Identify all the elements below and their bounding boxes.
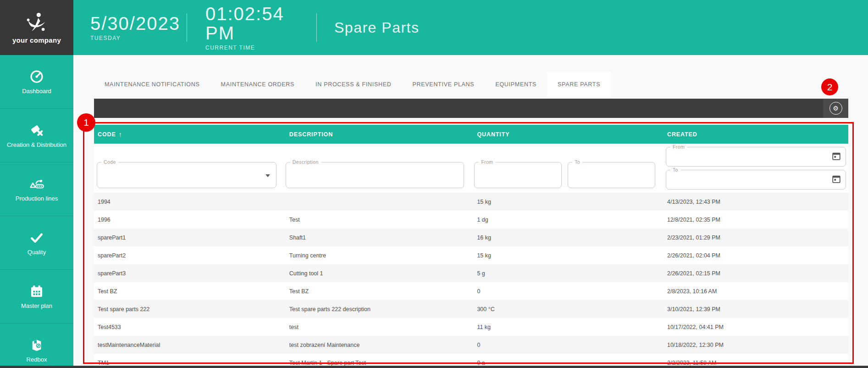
column-header-code[interactable]: CODE ↑	[94, 131, 286, 138]
description-filter-input[interactable]	[286, 162, 464, 188]
quantity-from-input[interactable]	[475, 162, 561, 188]
cell-description: test zobrazení Maintenance	[286, 342, 474, 348]
column-header-description[interactable]: DESCRIPTION	[286, 131, 474, 138]
current-date: 5/30/2023	[90, 14, 187, 33]
cell-created: 12/8/2021, 02:35 PM	[663, 217, 848, 223]
sidebar-item-label: Quality	[26, 249, 48, 256]
cell-code: Test spare parts 222	[94, 306, 286, 312]
cell-quantity: 0 a	[473, 360, 663, 366]
window-bottom-edge	[0, 366, 868, 368]
cell-created: 2/26/2021, 02:15 PM	[663, 270, 848, 277]
cell-description: Cutting tool 1	[286, 270, 474, 277]
page-title-wrap: Spare Parts	[334, 19, 419, 36]
tab-equipments[interactable]: EQUIPMENTS	[485, 72, 547, 97]
ticket-x-icon	[28, 123, 45, 138]
description-filter-label: Description	[290, 159, 321, 165]
table-row[interactable]: sparePart1Shaft116 kg2/23/2021, 01:29 PM	[94, 229, 848, 246]
calendar-icon[interactable]	[830, 151, 842, 163]
sidebar-item-label: Dashboard	[20, 88, 53, 95]
cell-created: 2/23/2021, 01:29 PM	[663, 234, 848, 241]
calendar-icon[interactable]	[830, 174, 842, 186]
cell-description: test	[286, 324, 474, 330]
production-line-icon	[28, 176, 45, 192]
table-header-row: CODE ↑ DESCRIPTION QUANTITY CREATED	[94, 125, 848, 144]
tab-preventive-plans[interactable]: PREVENTIVE PLANS	[402, 72, 485, 97]
cell-code: sparePart1	[94, 234, 286, 241]
cell-created: 2/8/2023, 10:16 AM	[663, 288, 848, 295]
company-logo: your company	[0, 0, 73, 55]
app-root: your company DashboardCreation & Distrib…	[0, 0, 868, 368]
cell-description: Test BZ	[286, 288, 474, 295]
sidebar-item-dashboard[interactable]: Dashboard	[0, 55, 73, 109]
cell-description: Shaft1	[286, 234, 474, 241]
current-day-label: TUESDAY	[90, 35, 187, 41]
created-from-label: From	[670, 144, 687, 150]
table-body: 199415 kg4/13/2023, 12:43 PM1996Test1 dg…	[94, 193, 848, 368]
cell-code: TM1	[94, 360, 286, 366]
created-from-input[interactable]	[666, 147, 846, 166]
cell-created: 2/2/2023, 11:58 AM	[663, 360, 848, 366]
cell-quantity: 15 kg	[473, 199, 663, 205]
sidebar-item-master-plan[interactable]: Master plan	[0, 270, 73, 323]
cell-description: Turning centre	[286, 252, 474, 259]
cell-description: Test Martin 1 - Spare part Test	[286, 360, 474, 366]
quantity-to-label: To	[572, 159, 582, 165]
cell-quantity: 15 kg	[473, 252, 663, 259]
sidebar-item-production-lines[interactable]: Production lines	[0, 162, 73, 216]
cell-code: Test BZ	[94, 288, 286, 295]
description-filter-field: Description	[286, 162, 464, 188]
table-row[interactable]: Test spare parts 222Test spare parts 222…	[94, 300, 848, 318]
annotation-marker-2: 2	[821, 78, 838, 95]
table-row[interactable]: Test4533test11 kg10/17/2022, 04:41 PM	[94, 318, 848, 336]
sidebar-menu: DashboardCreation & DistributionProducti…	[0, 55, 73, 368]
cell-quantity: 300 °C	[473, 306, 663, 312]
table-row[interactable]: 1996Test1 dg12/8/2021, 02:35 PM	[94, 211, 848, 229]
tab-maintenance-orders[interactable]: MAINTENANCE ORDERS	[210, 72, 305, 97]
quantity-from-field: From	[474, 162, 562, 188]
sidebar-item-quality[interactable]: Quality	[0, 216, 73, 270]
page-title: Spare Parts	[334, 19, 419, 36]
cell-quantity: 16 kg	[473, 234, 663, 241]
sort-asc-icon[interactable]: ↑	[119, 131, 122, 138]
sidebar-item-label: Production lines	[14, 195, 60, 202]
cell-code: sparePart3	[94, 270, 286, 277]
cell-description: Test spare parts 222 description	[286, 306, 474, 312]
current-time-label: CURRENT TIME	[205, 45, 316, 51]
tab-in-process-finished[interactable]: IN PROCESS & FINISHED	[305, 72, 402, 97]
cell-description: Test	[286, 217, 474, 223]
header-divider	[187, 13, 187, 42]
gear-icon: ⚙	[829, 102, 842, 115]
calendar-grid-icon	[28, 284, 45, 299]
quantity-to-input[interactable]	[568, 162, 655, 188]
created-to-input[interactable]	[666, 170, 846, 189]
tab-maintenance-notifications[interactable]: MAINTENANCE NOTIFICATIONS	[94, 72, 210, 97]
settings-button[interactable]: ⚙	[823, 99, 848, 118]
table-row[interactable]: 199415 kg4/13/2023, 12:43 PM	[94, 193, 848, 211]
dropdown-caret-icon[interactable]	[265, 174, 270, 177]
cell-quantity: 1 dg	[473, 217, 663, 223]
cell-created: 2/26/2021, 02:04 PM	[663, 252, 848, 259]
cell-quantity: 5 g	[473, 270, 663, 277]
created-from-field: From	[666, 147, 846, 167]
current-time: 01:02:54 PM	[205, 4, 316, 43]
table-row[interactable]: sparePart3Cutting tool 15 g2/26/2021, 02…	[94, 264, 848, 282]
code-filter-field: Code	[97, 162, 276, 188]
table-row[interactable]: testMaintenanceMaterialtest zobrazení Ma…	[94, 336, 848, 354]
code-filter-label: Code	[101, 159, 118, 165]
table-row[interactable]: sparePart2Turning centre15 kg2/26/2021, …	[94, 246, 848, 264]
cell-code: 1996	[94, 217, 286, 223]
cell-code: testMaintenanceMaterial	[94, 342, 286, 348]
company-name: your company	[12, 36, 61, 44]
column-header-quantity[interactable]: QUANTITY	[473, 131, 663, 138]
filter-row: Code Description From To	[94, 144, 848, 193]
column-header-created[interactable]: CREATED	[663, 131, 848, 138]
tab-spare-parts[interactable]: SPARE PARTS	[547, 72, 611, 97]
sidebar-item-label: Redbox	[25, 356, 49, 363]
dashboard-gauge-icon	[28, 69, 45, 84]
code-filter-input[interactable]	[97, 162, 276, 188]
sidebar-item-creation-distribution[interactable]: Creation & Distribution	[0, 109, 73, 162]
sidebar-item-redbox[interactable]: Redbox	[0, 323, 73, 368]
spare-parts-table: CODE ↑ DESCRIPTION QUANTITY CREATED Code	[94, 125, 848, 368]
table-row[interactable]: Test BZTest BZ02/8/2023, 10:16 AM	[94, 282, 848, 300]
checkmark-icon	[28, 230, 45, 245]
